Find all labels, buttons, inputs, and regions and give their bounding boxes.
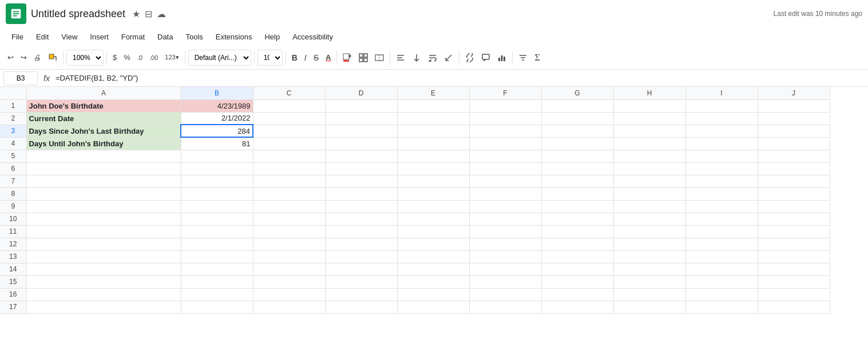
menu-help[interactable]: Help xyxy=(259,30,286,43)
cell-f4[interactable] xyxy=(469,137,541,150)
cell-j7[interactable] xyxy=(758,175,830,187)
percent-button[interactable]: % xyxy=(121,51,133,64)
cell-h13[interactable] xyxy=(613,250,685,263)
col-header-D[interactable]: D xyxy=(325,87,397,99)
strikethrough-button[interactable]: S xyxy=(311,51,322,65)
row-num-4[interactable]: 4 xyxy=(0,137,26,150)
spreadsheet-title[interactable]: Untitled spreadsheet xyxy=(31,8,125,20)
cell-c13[interactable] xyxy=(253,250,325,263)
cell-f16[interactable] xyxy=(469,288,541,301)
cell-a9[interactable] xyxy=(26,200,181,213)
row-num-15[interactable]: 15 xyxy=(0,275,26,288)
cell-g12[interactable] xyxy=(541,238,613,250)
cell-b9[interactable] xyxy=(181,200,253,213)
cell-b8[interactable] xyxy=(181,187,253,200)
cell-c8[interactable] xyxy=(253,187,325,200)
paint-format-button[interactable] xyxy=(45,51,60,65)
cell-d13[interactable] xyxy=(325,250,397,263)
cell-f5[interactable] xyxy=(469,150,541,162)
row-num-8[interactable]: 8 xyxy=(0,187,26,200)
cell-f13[interactable] xyxy=(469,250,541,263)
row-num-11[interactable]: 11 xyxy=(0,225,26,238)
cell-i8[interactable] xyxy=(685,187,758,200)
merge-cells-button[interactable] xyxy=(372,51,387,65)
cell-a8[interactable] xyxy=(26,187,181,200)
dec-increase-button[interactable]: .00 xyxy=(146,52,161,63)
cell-f1[interactable] xyxy=(469,99,541,112)
cell-g14[interactable] xyxy=(541,263,613,275)
cell-g11[interactable] xyxy=(541,225,613,238)
cell-j10[interactable] xyxy=(758,213,830,225)
cell-e14[interactable] xyxy=(397,263,469,275)
cell-d6[interactable] xyxy=(325,162,397,175)
cell-b6[interactable] xyxy=(181,162,253,175)
font-select[interactable]: Default (Ari...) xyxy=(188,50,251,66)
cell-h8[interactable] xyxy=(613,187,685,200)
cell-a17[interactable] xyxy=(26,301,181,313)
col-header-F[interactable]: F xyxy=(469,87,541,99)
cell-a4[interactable]: Days Until John's Birthday xyxy=(26,137,181,150)
cell-d9[interactable] xyxy=(325,200,397,213)
cell-h6[interactable] xyxy=(613,162,685,175)
cell-e9[interactable] xyxy=(397,200,469,213)
cell-a2[interactable]: Current Date xyxy=(26,112,181,125)
cell-e4[interactable] xyxy=(397,137,469,150)
cell-f17[interactable] xyxy=(469,301,541,313)
cell-g8[interactable] xyxy=(541,187,613,200)
cell-e11[interactable] xyxy=(397,225,469,238)
col-header-B[interactable]: B xyxy=(181,87,253,99)
cell-b2[interactable]: 2/1/2022 xyxy=(181,112,253,125)
cell-c12[interactable] xyxy=(253,238,325,250)
cell-c4[interactable] xyxy=(253,137,325,150)
sheet-container[interactable]: A B C D E F G H I J 1John Doe's Birthdat… xyxy=(0,87,868,360)
borders-button[interactable] xyxy=(356,51,371,65)
menu-view[interactable]: View xyxy=(56,30,83,43)
cell-j2[interactable] xyxy=(758,112,830,125)
cell-f12[interactable] xyxy=(469,238,541,250)
cell-g9[interactable] xyxy=(541,200,613,213)
row-num-14[interactable]: 14 xyxy=(0,263,26,275)
menu-data[interactable]: Data xyxy=(152,30,179,43)
cell-j16[interactable] xyxy=(758,288,830,301)
row-num-1[interactable]: 1 xyxy=(0,99,26,112)
cell-d1[interactable] xyxy=(325,99,397,112)
col-header-J[interactable]: J xyxy=(758,87,830,99)
cell-e3[interactable] xyxy=(397,125,469,137)
cell-f10[interactable] xyxy=(469,213,541,225)
cell-c5[interactable] xyxy=(253,150,325,162)
menu-accessibility[interactable]: Accessibility xyxy=(287,30,339,43)
row-num-2[interactable]: 2 xyxy=(0,112,26,125)
cell-d14[interactable] xyxy=(325,263,397,275)
cell-i15[interactable] xyxy=(685,275,758,288)
cell-i10[interactable] xyxy=(685,213,758,225)
font-color-button[interactable]: A xyxy=(323,51,334,64)
cell-b7[interactable] xyxy=(181,175,253,187)
cell-c2[interactable] xyxy=(253,112,325,125)
cell-j17[interactable] xyxy=(758,301,830,313)
cell-c15[interactable] xyxy=(253,275,325,288)
cell-i11[interactable] xyxy=(685,225,758,238)
text-rotate-button[interactable] xyxy=(441,51,456,65)
cell-d5[interactable] xyxy=(325,150,397,162)
cell-b17[interactable] xyxy=(181,301,253,313)
cell-j11[interactable] xyxy=(758,225,830,238)
cell-h4[interactable] xyxy=(613,137,685,150)
row-num-10[interactable]: 10 xyxy=(0,213,26,225)
cell-g6[interactable] xyxy=(541,162,613,175)
cell-h2[interactable] xyxy=(613,112,685,125)
cell-d16[interactable] xyxy=(325,288,397,301)
cell-i16[interactable] xyxy=(685,288,758,301)
cell-h14[interactable] xyxy=(613,263,685,275)
cell-c16[interactable] xyxy=(253,288,325,301)
cell-j5[interactable] xyxy=(758,150,830,162)
sum-button[interactable]: Σ xyxy=(532,50,542,65)
dec-decrease-button[interactable]: .0 xyxy=(134,52,145,63)
cell-b10[interactable] xyxy=(181,213,253,225)
menu-tools[interactable]: Tools xyxy=(180,30,208,43)
cell-a10[interactable] xyxy=(26,213,181,225)
menu-file[interactable]: File xyxy=(6,30,29,43)
cell-h1[interactable] xyxy=(613,99,685,112)
cell-a11[interactable] xyxy=(26,225,181,238)
font-size-select[interactable]: 10 8 9 11 12 14 xyxy=(257,50,283,66)
cell-c11[interactable] xyxy=(253,225,325,238)
